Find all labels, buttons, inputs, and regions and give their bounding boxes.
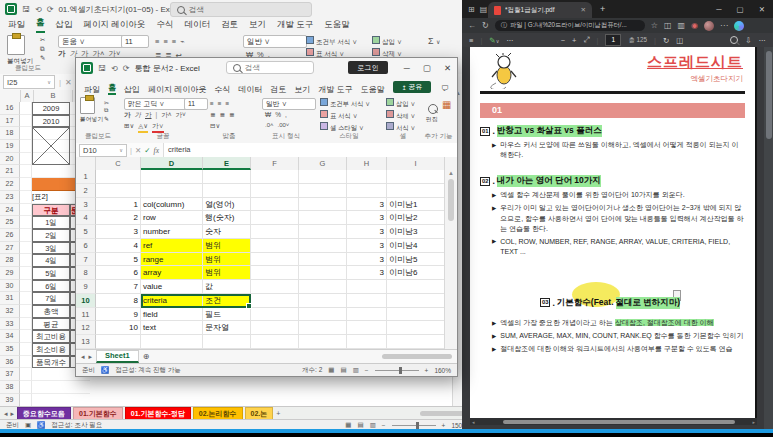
cell[interactable]: 7 — [96, 280, 141, 294]
cell[interactable] — [141, 184, 203, 198]
cell[interactable] — [251, 170, 299, 184]
maximize-button[interactable]: ▢ — [737, 5, 744, 14]
cell[interactable] — [96, 184, 141, 198]
row-header[interactable]: 16 — [0, 102, 20, 115]
cell[interactable]: col(column) — [141, 198, 203, 212]
zoom-slider[interactable] — [375, 370, 419, 371]
cell[interactable] — [387, 294, 445, 308]
search-input[interactable]: 검색 — [170, 2, 312, 17]
row-header[interactable]: 21 — [0, 165, 20, 178]
save-icon[interactable]: ⇩ — [745, 36, 751, 45]
zoom-level[interactable]: 160% — [434, 367, 451, 374]
cell[interactable] — [251, 253, 299, 267]
row-header[interactable]: 23 — [0, 191, 20, 204]
cell[interactable]: 2 — [96, 211, 141, 225]
ribbon-tab[interactable]: 홈 — [36, 17, 45, 33]
login-button[interactable]: 로그인 — [348, 61, 388, 74]
cell[interactable] — [32, 394, 70, 406]
cell[interactable] — [20, 254, 32, 267]
cell[interactable] — [20, 216, 32, 229]
cell[interactable] — [20, 127, 32, 140]
sheet-tab[interactable]: 01.기본함수 — [73, 407, 123, 421]
macro-record-icon[interactable]: ▣ — [25, 421, 31, 429]
cell[interactable] — [387, 335, 445, 349]
cell[interactable] — [20, 165, 32, 178]
pdf-vertical-scrollbar[interactable] — [764, 47, 773, 429]
number-format-select[interactable]: 일반 ∨ — [262, 98, 316, 110]
cell[interactable] — [20, 229, 32, 242]
col-header-g[interactable]: G — [299, 157, 347, 170]
horizontal-scrollbar[interactable] — [382, 354, 452, 359]
cell[interactable] — [70, 394, 90, 406]
cell[interactable]: array — [141, 266, 203, 280]
cell[interactable] — [299, 335, 347, 349]
view-layout-icon[interactable]: ▤ — [340, 366, 346, 374]
col-header-i[interactable]: I — [387, 157, 445, 170]
close-tab-icon[interactable]: ✕ — [581, 6, 586, 14]
row-header[interactable]: 30 — [0, 280, 20, 293]
cell[interactable]: 6일 — [32, 280, 70, 293]
cell[interactable] — [251, 239, 299, 253]
cell[interactable]: 범위 — [203, 253, 251, 267]
insert-cells-button[interactable]: 삽입 ∨ — [372, 36, 402, 47]
cell[interactable] — [251, 321, 299, 335]
ribbon-tab[interactable]: 보기 — [249, 19, 266, 33]
col-header-h[interactable]: H — [347, 157, 387, 170]
ribbon-tab[interactable]: 도움말 — [324, 19, 350, 33]
cell[interactable]: 2009 — [32, 102, 70, 115]
merge-buttons[interactable]: ⊟∨ — [210, 122, 220, 130]
ribbon-tab[interactable]: 삽입 — [56, 19, 73, 33]
col-header-b[interactable]: B — [34, 90, 73, 102]
cell[interactable]: 품목개수 — [32, 356, 70, 369]
row-header[interactable]: 12 — [76, 321, 96, 335]
row-header[interactable]: 37 — [0, 368, 20, 381]
ribbon-tab[interactable]: 데이터 — [184, 19, 210, 33]
row-header[interactable]: 25 — [0, 216, 20, 229]
fit-page-icon[interactable]: ⤢ — [583, 35, 589, 45]
add-sheet-icon[interactable]: ⊕ — [143, 352, 150, 361]
maximize-button[interactable]: ▢ — [423, 63, 431, 73]
ribbon-tab[interactable]: 검토 — [221, 19, 238, 33]
cell[interactable] — [20, 115, 32, 128]
cell[interactable]: 범위 — [203, 266, 251, 280]
row-header[interactable]: 28 — [0, 254, 20, 267]
cell[interactable]: 3 — [347, 198, 387, 212]
cell[interactable]: number — [141, 225, 203, 239]
select-all-corner[interactable] — [0, 90, 21, 102]
cell[interactable]: 이미남1 — [387, 198, 445, 212]
copilot-icon[interactable] — [734, 21, 744, 31]
cell[interactable]: 구분 — [32, 204, 70, 217]
cell[interactable]: [표2] — [32, 191, 70, 204]
enter-icon[interactable]: ✓ — [144, 146, 150, 155]
cell[interactable] — [347, 308, 387, 322]
cell[interactable] — [387, 321, 445, 335]
cell[interactable] — [96, 335, 141, 349]
cell[interactable] — [20, 356, 32, 369]
clipboard-small-buttons[interactable]: ✂⧉✎ — [104, 99, 109, 122]
avatar[interactable] — [704, 21, 714, 31]
cell[interactable]: 행(숫자) — [203, 211, 251, 225]
zoom-slider[interactable] — [392, 425, 436, 426]
cell[interactable] — [20, 330, 32, 343]
row-header[interactable]: 29 — [0, 267, 20, 280]
cell[interactable] — [251, 266, 299, 280]
cell[interactable]: 범위 — [203, 239, 251, 253]
new-tab-icon[interactable]: + — [600, 4, 605, 14]
font-name-select[interactable]: 돋움 ∨ — [58, 35, 124, 48]
cell[interactable] — [251, 225, 299, 239]
autosum-button[interactable]: Σ ∨ — [428, 36, 440, 46]
row-header[interactable]: 36 — [0, 356, 20, 369]
align-buttons[interactable]: ≡≡≡⌁ — [155, 37, 185, 46]
row-header[interactable]: 3 — [76, 198, 96, 212]
ribbon-tab[interactable]: 수식 — [156, 19, 173, 33]
cell[interactable] — [32, 165, 70, 178]
cell[interactable]: 문자열 — [203, 321, 251, 335]
sheet-tab[interactable]: 01.기본함수-정답 — [125, 407, 191, 421]
name-box[interactable]: D10∨ — [79, 144, 127, 157]
cell[interactable]: 필드 — [203, 308, 251, 322]
cell[interactable] — [299, 239, 347, 253]
cell[interactable] — [20, 292, 32, 305]
cell[interactable] — [20, 318, 32, 331]
cell[interactable] — [20, 242, 32, 255]
cell[interactable]: 최고비용 — [32, 330, 70, 343]
